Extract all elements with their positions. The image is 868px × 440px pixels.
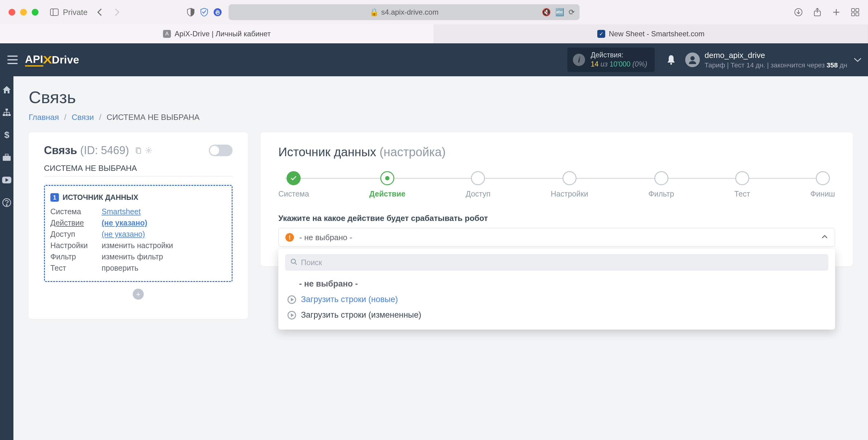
step-test[interactable]: Тест [734, 171, 750, 198]
svg-rect-21 [8, 114, 11, 116]
downloads-icon[interactable] [794, 8, 803, 17]
tab-title: New Sheet - Smartsheet.com [609, 30, 705, 38]
dropdown-option-changed[interactable]: Загрузить строки (измененные) [285, 307, 828, 323]
notifications-icon[interactable] [662, 55, 680, 65]
svg-point-37 [291, 259, 296, 263]
enable-toggle[interactable] [209, 145, 232, 156]
play-icon [287, 311, 296, 319]
action-select-toggle[interactable]: ! - не выбрано - [278, 228, 835, 247]
svg-point-16 [670, 63, 672, 65]
svg-line-38 [295, 263, 297, 264]
billing-icon[interactable]: $ [2, 130, 11, 140]
step-action[interactable]: Действие [369, 171, 405, 198]
step-system[interactable]: Система [278, 171, 309, 198]
action-dropdown: - не выбрано - Загрузить строки (новые) … [278, 249, 835, 329]
app-header: APIXDrive i Действия: 14 из 10'000 (0%) [0, 43, 868, 76]
privacy-icons [186, 8, 222, 17]
settings-link[interactable]: изменить настройки [102, 241, 173, 250]
user-menu[interactable]: demo_apix_drive Тариф | Тест 14 дн. | за… [685, 50, 847, 70]
logo-api: API [25, 53, 43, 66]
action-link[interactable]: (не указано) [102, 218, 147, 227]
mute-icon[interactable]: 🔇 [542, 8, 551, 17]
search-icon [290, 258, 297, 266]
breadcrumb: Главная / Связи / СИСТЕМА НЕ ВЫБРАНА [29, 113, 853, 122]
svg-rect-13 [7, 56, 18, 57]
avatar-icon [685, 53, 700, 67]
chevron-up-icon [821, 234, 828, 240]
url-text: s4.apix-drive.com [381, 8, 439, 17]
tab-favicon-icon: ✓ [597, 30, 605, 38]
breadcrumb-links[interactable]: Связи [72, 113, 94, 122]
svg-rect-35 [137, 149, 141, 154]
tariff-info: Тариф | Тест 14 дн. | закончится через 3… [705, 61, 847, 70]
connection-id: (ID: 5469) [80, 144, 129, 157]
help-icon[interactable] [2, 198, 11, 208]
copy-icon[interactable] [134, 144, 142, 157]
side-rail: $ [0, 76, 13, 440]
dropdown-search-input[interactable] [301, 258, 823, 267]
action-select: ! - не выбрано - - не выбрано - Загрузит… [278, 228, 835, 247]
browser-tab-strip: A ApiX-Drive | Личный кабинет ✓ New Shee… [0, 24, 868, 43]
connections-icon[interactable] [2, 107, 11, 117]
browser-toolbar: Private 🔒 s4.apix-drive.com 🔇 🔤 ⟳ [0, 0, 868, 24]
tracking-shield-icon[interactable] [186, 8, 195, 17]
app-logo[interactable]: APIXDrive [25, 53, 79, 66]
address-bar[interactable]: 🔒 s4.apix-drive.com 🔇 🔤 ⟳ [228, 4, 580, 20]
step-finish[interactable]: Финиш [810, 171, 835, 198]
youtube-icon[interactable] [2, 175, 11, 185]
svg-rect-9 [851, 8, 855, 11]
source-number-badge: 1 [50, 193, 59, 202]
step-access[interactable]: Доступ [466, 171, 491, 198]
add-destination-button[interactable]: + [133, 289, 144, 300]
username: demo_apix_drive [705, 50, 847, 61]
system-link[interactable]: Smartsheet [102, 207, 141, 216]
source-heading: ИСТОЧНИК ДАННЫХ [63, 193, 138, 202]
share-icon[interactable] [813, 8, 822, 17]
gear-icon[interactable] [145, 144, 152, 157]
breadcrumb-current: СИСТЕМА НЕ ВЫБРАНА [106, 113, 199, 122]
source-config-card: Источник данных (настройка) Система Дейс… [261, 132, 853, 266]
svg-rect-10 [856, 8, 859, 11]
step-filter[interactable]: Фильтр [649, 171, 674, 198]
breadcrumb-home[interactable]: Главная [29, 113, 59, 122]
dropdown-option-none[interactable]: - не выбрано - [285, 276, 828, 292]
main-content: Связь Главная / Связи / СИСТЕМА НЕ ВЫБРА… [13, 76, 868, 440]
browser-tab-inactive[interactable]: ✓ New Sheet - Smartsheet.com [434, 24, 868, 43]
access-link[interactable]: (не указано) [102, 230, 145, 239]
svg-point-36 [148, 150, 150, 151]
nav-arrows [96, 8, 121, 17]
svg-rect-11 [851, 13, 855, 16]
svg-rect-15 [7, 63, 18, 64]
svg-rect-20 [5, 114, 8, 116]
window-controls [8, 9, 38, 15]
briefcase-icon[interactable] [2, 153, 11, 162]
menu-toggle-icon[interactable] [0, 56, 25, 64]
test-link[interactable]: проверить [102, 264, 138, 273]
connection-summary-card: Связь (ID: 5469) СИСТЕМА НЕ ВЫБРАНА 1 ИС… [29, 132, 248, 319]
header-dropdown-icon[interactable] [847, 57, 868, 62]
minimize-window-icon[interactable] [20, 9, 27, 15]
logo-x: X [43, 54, 52, 66]
browser-tab-active[interactable]: A ApiX-Drive | Личный кабинет [0, 24, 434, 43]
tab-title: ApiX-Drive | Личный кабинет [175, 30, 271, 38]
adblock-shield-icon[interactable] [200, 8, 209, 17]
back-icon[interactable] [96, 8, 104, 17]
actions-counter[interactable]: i Действия: 14 из 10'000 (0%) [567, 48, 654, 72]
private-mode-label[interactable]: Private [63, 8, 88, 17]
reload-icon[interactable]: ⟳ [568, 8, 575, 17]
dropdown-option-new[interactable]: Загрузить строки (новые) [285, 292, 828, 307]
new-tab-icon[interactable] [832, 8, 840, 17]
close-window-icon[interactable] [8, 9, 15, 15]
svg-point-17 [690, 56, 695, 60]
tab-overview-icon[interactable] [851, 8, 860, 17]
step-settings[interactable]: Настройки [551, 171, 588, 198]
translate-icon[interactable]: 🔤 [555, 8, 564, 17]
sidebar-icon[interactable] [50, 8, 59, 17]
filter-link[interactable]: изменить фильтр [102, 252, 163, 261]
home-icon[interactable] [2, 85, 11, 95]
forward-icon[interactable] [113, 8, 121, 17]
page-title: Связь [29, 87, 853, 107]
fullscreen-window-icon[interactable] [32, 9, 38, 15]
hand-block-icon[interactable] [213, 8, 222, 17]
dropdown-search[interactable] [285, 254, 828, 271]
